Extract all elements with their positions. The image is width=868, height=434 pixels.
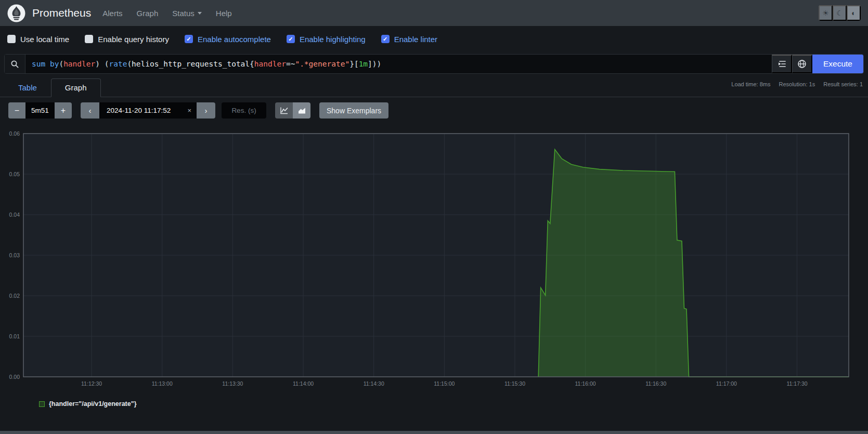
options-bar: Use local timeEnable query history✓Enabl… (0, 26, 868, 52)
metrics-explorer-button[interactable] (772, 55, 792, 73)
y-axis-tick-label: 0.00 (9, 374, 20, 380)
show-exemplars-button[interactable]: Show Exemplars (319, 102, 388, 119)
y-axis-tick-label: 0.01 (9, 333, 20, 339)
stat-result-series: Result series: 1 (823, 81, 863, 87)
nav-item-alerts[interactable]: Alerts (98, 7, 126, 20)
clear-time-icon[interactable]: × (187, 107, 191, 114)
query-token: rate (109, 60, 127, 68)
option-use-local-time[interactable]: Use local time (7, 35, 69, 44)
time-forward-button[interactable]: › (197, 102, 215, 119)
app-title[interactable]: Prometheus (32, 7, 91, 19)
range-increase-button[interactable]: + (55, 102, 72, 119)
nav-item-graph[interactable]: Graph (133, 7, 163, 20)
option-enable-query-history[interactable]: Enable query history (85, 35, 169, 44)
horizontal-scrollbar[interactable] (0, 431, 868, 434)
tab-bar: TableGraph Load time: 8msResolution: 1sR… (0, 78, 868, 97)
search-icon (10, 60, 19, 69)
graph-controls: − 5m51 + ‹ 2024-11-20 11:17:52 × › Res. … (0, 102, 868, 119)
prometheus-logo-icon (7, 4, 25, 22)
x-axis-tick-label: 11:15:00 (434, 380, 455, 387)
tabs: TableGraph (4, 78, 101, 97)
x-axis-tick-label: 11:16:00 (575, 380, 596, 387)
x-axis-tick-label: 11:14:00 (293, 380, 314, 387)
execute-button[interactable]: Execute (812, 55, 863, 73)
enable-highlighting-label: Enable highlighting (300, 35, 366, 44)
query-token: { (250, 60, 254, 68)
query-input-group: sum by(handler) (rate(helios_http_reques… (4, 54, 864, 74)
stacked-chart-icon (297, 107, 306, 114)
enable-linter-checkbox[interactable]: ✓ (381, 35, 390, 43)
light-theme-button[interactable]: ☀ (819, 5, 833, 21)
range-input[interactable]: 5m51 (25, 102, 55, 119)
range-decrease-button[interactable]: − (8, 102, 25, 119)
legend: {handler="/api/v1/generate"} (39, 400, 868, 407)
chart-type-toggle (275, 102, 310, 119)
y-axis-tick-label: 0.03 (9, 252, 20, 258)
navbar: Prometheus AlertsGraphStatusHelp ☀☾◐ (0, 0, 868, 26)
query-expression-input[interactable]: sum by(handler) (rate(helios_http_reques… (25, 55, 772, 73)
range-stepper: − 5m51 + (8, 102, 72, 119)
query-token: helios_http_requests_total (132, 60, 250, 68)
x-axis-tick-label: 11:12:30 (81, 380, 102, 387)
enable-linter-label: Enable linter (394, 35, 437, 44)
theme-toggle-group: ☀☾◐ (819, 5, 861, 21)
enable-query-history-label: Enable query history (98, 35, 169, 44)
tab-graph[interactable]: Graph (51, 78, 101, 97)
query-stats: Load time: 8msResolution: 1sResult serie… (731, 81, 863, 87)
tab-table[interactable]: Table (4, 78, 51, 97)
x-axis-tick-label: 11:15:30 (504, 380, 525, 387)
enable-query-history-checkbox[interactable] (85, 35, 93, 43)
resolution-input[interactable]: Res. (s) (222, 102, 266, 119)
explain-button[interactable] (792, 55, 812, 73)
line-chart-button[interactable] (275, 102, 293, 119)
legend-swatch (39, 401, 45, 407)
query-token: =~ (286, 60, 295, 68)
enable-autocomplete-label: Enable autocomplete (198, 35, 271, 44)
line-chart-icon (280, 107, 289, 114)
query-token: ".*generate" (295, 60, 349, 68)
x-axis-tick-label: 11:13:00 (152, 380, 173, 387)
light-theme-icon: ☀ (822, 9, 829, 17)
time-series-plot[interactable]: 0.000.010.020.030.040.050.0611:12:3011:1… (23, 134, 849, 377)
query-token (45, 60, 50, 68)
dark-theme-icon: ☾ (836, 9, 843, 17)
option-enable-autocomplete[interactable]: ✓Enable autocomplete (185, 35, 271, 44)
use-local-time-checkbox[interactable] (7, 35, 16, 43)
search-addon (5, 55, 25, 73)
legend-series-label[interactable]: {handler="/api/v1/generate"} (49, 400, 137, 407)
query-token: by (50, 60, 59, 68)
option-enable-linter[interactable]: ✓Enable linter (381, 35, 437, 44)
metrics-explorer-icon (777, 60, 787, 68)
x-axis-tick-label: 11:13:30 (222, 380, 243, 387)
use-local-time-label: Use local time (20, 35, 69, 44)
stat-load-time: Load time: 8ms (731, 81, 770, 87)
chart-area: 0.000.010.020.030.040.050.0611:12:3011:1… (0, 134, 868, 393)
stacked-chart-button[interactable] (293, 102, 310, 119)
stat-resolution: Resolution: 1s (779, 81, 815, 87)
query-token: ])) (368, 60, 381, 68)
query-row: sum by(handler) (rate(helios_http_reques… (0, 52, 868, 76)
chevron-down-icon (198, 12, 202, 15)
x-axis-tick-label: 11:16:30 (645, 380, 666, 387)
enable-autocomplete-checkbox[interactable]: ✓ (185, 35, 193, 43)
auto-theme-button[interactable]: ◐ (847, 5, 861, 21)
time-back-button[interactable]: ‹ (81, 102, 99, 119)
query-token: sum (32, 60, 45, 68)
x-axis-tick-label: 11:17:30 (786, 380, 807, 387)
nav-item-help[interactable]: Help (212, 7, 236, 20)
query-token: handler (63, 60, 95, 68)
y-axis-tick-label: 0.06 (9, 130, 20, 137)
x-axis-tick-label: 11:17:00 (716, 380, 737, 387)
query-token: ) ( (95, 60, 109, 68)
end-time-value: 2024-11-20 11:17:52 (107, 107, 171, 114)
globe-icon (797, 59, 807, 69)
end-time-input[interactable]: 2024-11-20 11:17:52 × (99, 102, 197, 119)
time-picker: ‹ 2024-11-20 11:17:52 × › (81, 102, 215, 119)
option-enable-highlighting[interactable]: ✓Enable highlighting (287, 35, 366, 44)
query-token: ( (59, 60, 63, 68)
y-axis-tick-label: 0.04 (9, 212, 20, 218)
dark-theme-button[interactable]: ☾ (833, 5, 847, 21)
enable-highlighting-checkbox[interactable]: ✓ (287, 35, 295, 43)
query-token: handler (254, 60, 286, 68)
nav-item-status[interactable]: Status (168, 7, 206, 20)
